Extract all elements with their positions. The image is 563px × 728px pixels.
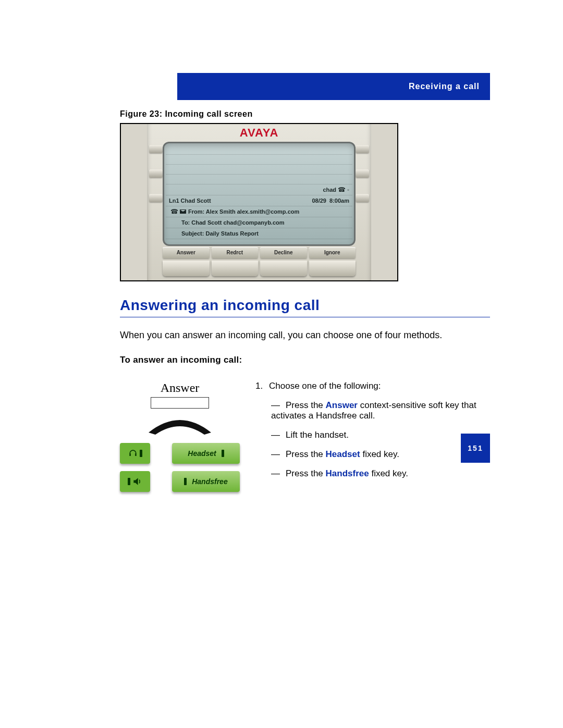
phone-sidekey[interactable] bbox=[149, 169, 163, 178]
step-1: 1.Choose one of the following: bbox=[255, 381, 490, 391]
phone-sidekey[interactable] bbox=[149, 194, 163, 202]
phone-screen: chad ☎ ◦ Ln1 Chad Scott 08/29 8:00am ☎ F… bbox=[163, 142, 356, 246]
handsfree-key-label: Handsfree bbox=[172, 471, 240, 492]
figure-caption: Figure 23: Incoming call screen bbox=[120, 109, 490, 119]
phone-sidekeys-left bbox=[149, 145, 163, 202]
softkey-ignore[interactable]: Ignore bbox=[309, 247, 356, 258]
screen-subject: Subject: Daily Status Report bbox=[181, 230, 259, 237]
keyword-answer: Answer bbox=[326, 400, 358, 410]
handset-icon: ☎ bbox=[338, 186, 346, 193]
softkey-answer[interactable]: Answer bbox=[163, 247, 210, 258]
page: Receiving a call Figure 23: Incoming cal… bbox=[0, 0, 563, 530]
under-buttons bbox=[163, 261, 356, 276]
step-1a-prefix: Press the bbox=[286, 400, 326, 410]
page-number: 151 bbox=[461, 434, 490, 463]
illustration-column: Answer Headset bbox=[120, 381, 240, 499]
mail-icon bbox=[180, 209, 186, 214]
step-1d-prefix: Press the bbox=[286, 468, 326, 478]
page-number-text: 151 bbox=[468, 444, 483, 452]
brand-logo: AVAYA bbox=[121, 126, 397, 140]
softkey-outline-icon bbox=[151, 397, 209, 409]
handset-icon bbox=[146, 417, 214, 436]
screen-to: To: Chad Scott chad@companyb.com bbox=[181, 219, 285, 226]
step-1c: —Press the Headset fixed key. bbox=[271, 449, 490, 460]
hard-softkey[interactable] bbox=[163, 261, 210, 276]
softkey-decline[interactable]: Decline bbox=[260, 247, 307, 258]
headset-key-icon bbox=[120, 443, 150, 464]
screen-from: From: Alex Smith alex.smith@comp.com bbox=[188, 208, 299, 215]
header-band: Receiving a call bbox=[177, 73, 490, 100]
softkey-row: Answer Redrct Decline Ignore bbox=[163, 247, 356, 258]
steps-layout: Answer Headset bbox=[120, 381, 490, 499]
answer-softkey-label: Answer bbox=[120, 381, 240, 395]
header-section-title: Receiving a call bbox=[409, 82, 480, 91]
phone-sidekey[interactable] bbox=[356, 169, 369, 178]
headset-text: Headset bbox=[188, 449, 216, 458]
section-heading: Answering an incoming call bbox=[120, 297, 490, 317]
step-1b-text: Lift the handset. bbox=[286, 430, 349, 440]
figure-incoming-call-screen: AVAYA chad ☎ ◦ bbox=[120, 123, 398, 281]
presence-icon: ◦ bbox=[347, 187, 349, 193]
keyword-headset: Headset bbox=[326, 449, 360, 459]
hard-softkey[interactable] bbox=[309, 261, 356, 276]
handset-icon: ☎ bbox=[170, 208, 178, 215]
step-1d: —Press the Handsfree fixed key. bbox=[271, 468, 490, 479]
phone-sidekey[interactable] bbox=[356, 145, 369, 153]
instruction-column: 1.Choose one of the following: —Press th… bbox=[255, 381, 490, 483]
handsfree-key-icon bbox=[120, 471, 150, 492]
headset-key-label: Headset bbox=[172, 443, 240, 464]
step-1-text: Choose one of the following: bbox=[269, 381, 381, 391]
screen-time: 8:00am bbox=[329, 198, 349, 204]
content: Figure 23: Incoming call screen AVAYA bbox=[120, 109, 490, 499]
step-1a: —Press the Answer context-sensitive soft… bbox=[271, 400, 490, 421]
hard-softkey[interactable] bbox=[212, 261, 259, 276]
screen-status-user: chad bbox=[323, 187, 336, 193]
screen-date: 08/29 bbox=[312, 198, 326, 204]
hard-softkey[interactable] bbox=[260, 261, 307, 276]
softkey-redirect[interactable]: Redrct bbox=[212, 247, 259, 258]
phone-sidekeys-right bbox=[356, 145, 369, 202]
phone-sidekey[interactable] bbox=[149, 145, 163, 153]
screen-line-info: Ln1 Chad Scott bbox=[169, 198, 211, 204]
keyword-handsfree: Handsfree bbox=[326, 468, 369, 478]
phone-sidekey[interactable] bbox=[356, 194, 369, 202]
step-1c-suffix: fixed key. bbox=[360, 449, 399, 459]
step-1d-suffix: fixed key. bbox=[369, 468, 408, 478]
handsfree-text: Handsfree bbox=[192, 477, 227, 486]
intro-paragraph: When you can answer an incoming call, yo… bbox=[120, 329, 490, 341]
step-1c-prefix: Press the bbox=[286, 449, 326, 459]
step-1b: —Lift the handset. bbox=[271, 430, 490, 440]
procedure-label: To answer an incoming call: bbox=[120, 355, 490, 365]
